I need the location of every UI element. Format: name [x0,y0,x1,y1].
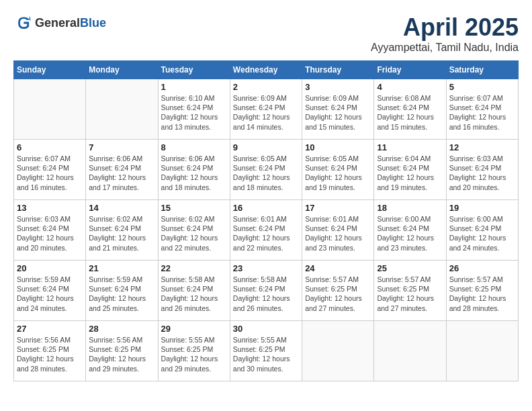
day-number: 14 [89,203,154,213]
day-info: Sunrise: 5:56 AM Sunset: 6:25 PM Dayligh… [89,335,154,373]
calendar-cell: 18Sunrise: 6:00 AM Sunset: 6:24 PM Dayli… [374,200,446,261]
calendar-cell: 25Sunrise: 5:57 AM Sunset: 6:25 PM Dayli… [374,261,446,321]
day-number: 20 [17,263,83,273]
day-number: 27 [17,324,83,334]
day-number: 26 [449,263,515,273]
calendar-cell: 24Sunrise: 5:57 AM Sunset: 6:25 PM Dayli… [302,261,374,321]
day-info: Sunrise: 6:06 AM Sunset: 6:24 PM Dayligh… [161,154,227,192]
day-number: 19 [449,203,515,213]
calendar-cell: 4Sunrise: 6:08 AM Sunset: 6:24 PM Daylig… [374,79,446,140]
calendar-cell: 7Sunrise: 6:06 AM Sunset: 6:24 PM Daylig… [86,140,158,200]
day-info: Sunrise: 6:00 AM Sunset: 6:24 PM Dayligh… [377,214,443,253]
calendar-cell: 2Sunrise: 6:09 AM Sunset: 6:24 PM Daylig… [230,79,302,140]
day-info: Sunrise: 6:06 AM Sunset: 6:24 PM Dayligh… [89,154,154,192]
calendar-cell: 28Sunrise: 5:56 AM Sunset: 6:25 PM Dayli… [86,321,158,381]
weekday-header-friday: Friday [374,61,446,79]
logo: GeneralBlue [13,13,106,32]
calendar-cell: 11Sunrise: 6:04 AM Sunset: 6:24 PM Dayli… [374,140,446,200]
calendar-cell: 1Sunrise: 6:10 AM Sunset: 6:24 PM Daylig… [158,79,230,140]
weekday-header-sunday: Sunday [14,61,86,79]
day-info: Sunrise: 6:08 AM Sunset: 6:24 PM Dayligh… [377,93,443,132]
calendar-cell: 13Sunrise: 6:03 AM Sunset: 6:24 PM Dayli… [14,200,86,261]
day-info: Sunrise: 6:00 AM Sunset: 6:24 PM Dayligh… [449,214,515,253]
calendar-cell: 6Sunrise: 6:07 AM Sunset: 6:24 PM Daylig… [14,140,86,200]
calendar-week-2: 6Sunrise: 6:07 AM Sunset: 6:24 PM Daylig… [14,140,519,200]
calendar-cell: 14Sunrise: 6:02 AM Sunset: 6:24 PM Dayli… [86,200,158,261]
day-info: Sunrise: 5:58 AM Sunset: 6:24 PM Dayligh… [233,275,299,313]
calendar-cell: 17Sunrise: 6:01 AM Sunset: 6:24 PM Dayli… [302,200,374,261]
day-info: Sunrise: 6:04 AM Sunset: 6:24 PM Dayligh… [377,154,443,192]
weekday-header-monday: Monday [86,61,158,79]
weekday-header-wednesday: Wednesday [230,61,302,79]
logo-text-blue: Blue [80,16,106,30]
day-number: 7 [89,142,154,152]
calendar-cell [446,321,518,381]
day-number: 11 [377,142,443,152]
location-title: Ayyampettai, Tamil Nadu, India [371,42,519,54]
day-number: 5 [449,82,515,92]
title-block: April 2025 Ayyampettai, Tamil Nadu, Indi… [371,13,519,54]
calendar-cell: 29Sunrise: 5:55 AM Sunset: 6:25 PM Dayli… [158,321,230,381]
calendar-cell: 19Sunrise: 6:00 AM Sunset: 6:24 PM Dayli… [446,200,518,261]
day-number: 8 [161,142,227,152]
day-info: Sunrise: 6:01 AM Sunset: 6:24 PM Dayligh… [305,214,371,253]
calendar-cell [374,321,446,381]
day-number: 2 [233,82,299,92]
day-info: Sunrise: 5:57 AM Sunset: 6:25 PM Dayligh… [377,275,443,313]
logo-icon [13,13,32,32]
day-info: Sunrise: 5:59 AM Sunset: 6:24 PM Dayligh… [17,275,83,313]
month-title: April 2025 [371,13,519,42]
day-number: 18 [377,203,443,213]
calendar-cell: 21Sunrise: 5:59 AM Sunset: 6:24 PM Dayli… [86,261,158,321]
calendar-cell: 5Sunrise: 6:07 AM Sunset: 6:24 PM Daylig… [446,79,518,140]
calendar-week-4: 20Sunrise: 5:59 AM Sunset: 6:24 PM Dayli… [14,261,519,321]
calendar-cell: 9Sunrise: 6:05 AM Sunset: 6:24 PM Daylig… [230,140,302,200]
calendar-cell: 15Sunrise: 6:02 AM Sunset: 6:24 PM Dayli… [158,200,230,261]
calendar-cell: 27Sunrise: 5:56 AM Sunset: 6:25 PM Dayli… [14,321,86,381]
day-info: Sunrise: 6:09 AM Sunset: 6:24 PM Dayligh… [233,93,299,132]
calendar-week-3: 13Sunrise: 6:03 AM Sunset: 6:24 PM Dayli… [14,200,519,261]
day-info: Sunrise: 6:05 AM Sunset: 6:24 PM Dayligh… [305,154,371,192]
calendar-week-5: 27Sunrise: 5:56 AM Sunset: 6:25 PM Dayli… [14,321,519,381]
day-number: 4 [377,82,443,92]
logo-text-general: General [35,16,80,30]
calendar-cell: 22Sunrise: 5:58 AM Sunset: 6:24 PM Dayli… [158,261,230,321]
day-number: 12 [449,142,515,152]
day-info: Sunrise: 5:55 AM Sunset: 6:25 PM Dayligh… [161,335,227,373]
day-number: 6 [17,142,83,152]
day-info: Sunrise: 5:57 AM Sunset: 6:25 PM Dayligh… [305,275,371,313]
calendar-cell: 23Sunrise: 5:58 AM Sunset: 6:24 PM Dayli… [230,261,302,321]
day-info: Sunrise: 6:07 AM Sunset: 6:24 PM Dayligh… [449,93,515,132]
day-number: 9 [233,142,299,152]
day-info: Sunrise: 6:01 AM Sunset: 6:24 PM Dayligh… [233,214,299,253]
day-number: 23 [233,263,299,273]
day-info: Sunrise: 5:55 AM Sunset: 6:25 PM Dayligh… [233,335,299,373]
day-number: 10 [305,142,371,152]
day-info: Sunrise: 5:56 AM Sunset: 6:25 PM Dayligh… [17,335,83,373]
calendar-cell: 20Sunrise: 5:59 AM Sunset: 6:24 PM Dayli… [14,261,86,321]
day-number: 29 [161,324,227,334]
calendar-cell: 30Sunrise: 5:55 AM Sunset: 6:25 PM Dayli… [230,321,302,381]
calendar-cell: 10Sunrise: 6:05 AM Sunset: 6:24 PM Dayli… [302,140,374,200]
calendar-cell [302,321,374,381]
day-number: 24 [305,263,371,273]
day-info: Sunrise: 6:10 AM Sunset: 6:24 PM Dayligh… [161,93,227,132]
day-info: Sunrise: 5:57 AM Sunset: 6:25 PM Dayligh… [449,275,515,313]
calendar-cell: 3Sunrise: 6:09 AM Sunset: 6:24 PM Daylig… [302,79,374,140]
day-number: 22 [161,263,227,273]
day-number: 13 [17,203,83,213]
calendar-week-1: 1Sunrise: 6:10 AM Sunset: 6:24 PM Daylig… [14,79,519,140]
weekday-header-saturday: Saturday [446,61,518,79]
day-info: Sunrise: 6:07 AM Sunset: 6:24 PM Dayligh… [17,154,83,192]
calendar-cell: 16Sunrise: 6:01 AM Sunset: 6:24 PM Dayli… [230,200,302,261]
day-info: Sunrise: 6:09 AM Sunset: 6:24 PM Dayligh… [305,93,371,132]
day-info: Sunrise: 6:02 AM Sunset: 6:24 PM Dayligh… [89,214,154,253]
day-info: Sunrise: 5:59 AM Sunset: 6:24 PM Dayligh… [89,275,154,313]
day-info: Sunrise: 6:03 AM Sunset: 6:24 PM Dayligh… [17,214,83,253]
weekday-header-row: SundayMondayTuesdayWednesdayThursdayFrid… [14,61,519,79]
day-info: Sunrise: 5:58 AM Sunset: 6:24 PM Dayligh… [161,275,227,313]
calendar-cell: 12Sunrise: 6:03 AM Sunset: 6:24 PM Dayli… [446,140,518,200]
day-number: 3 [305,82,371,92]
weekday-header-thursday: Thursday [302,61,374,79]
calendar-table: SundayMondayTuesdayWednesdayThursdayFrid… [13,60,519,381]
